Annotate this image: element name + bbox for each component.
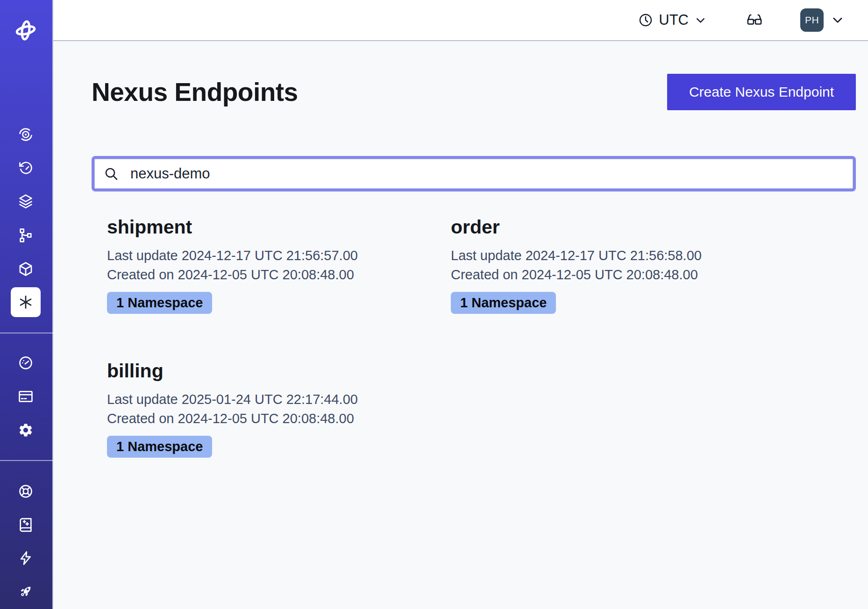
support-icon [18,483,34,499]
sidebar-item-deployments[interactable] [13,256,39,282]
docs-icon [18,517,34,533]
sidebar-item-schedules[interactable] [13,155,39,181]
namespace-badge: 1 Namespace [451,292,556,314]
sidebar-item-getting-started[interactable] [13,578,39,604]
endpoint-created-on: Created on 2024-12-05 UTC 20:08:48.00 [107,409,451,428]
endpoint-name[interactable]: order [451,217,795,238]
sidebar-item-settings[interactable] [13,417,39,443]
endpoint-card[interactable]: shipment Last update 2024-12-17 UTC 21:5… [107,217,451,314]
endpoint-card[interactable]: billing Last update 2025-01-24 UTC 22:17… [107,361,451,458]
sidebar [0,0,53,609]
endpoint-last-update: Last update 2024-12-17 UTC 21:56:57.00 [107,246,451,265]
namespace-badge: 1 Namespace [107,436,212,458]
sidebar-item-support[interactable] [13,478,39,504]
page-title: Nexus Endpoints [92,79,298,105]
eyeglasses-button[interactable] [745,12,764,28]
billing-icon [18,389,34,404]
settings-icon [18,422,34,438]
nexus-icon [18,294,34,310]
sidebar-item-batch-operations[interactable] [13,222,39,248]
endpoint-card[interactable]: order Last update 2024-12-17 UTC 21:56:5… [451,217,795,314]
endpoint-last-update: Last update 2025-01-24 UTC 22:17:44.00 [107,390,451,409]
timezone-label: UTC [659,12,689,28]
sidebar-item-workflows[interactable] [13,121,39,148]
temporal-logo[interactable] [13,17,39,43]
endpoint-name[interactable]: billing [107,361,451,382]
endpoint-created-on: Created on 2024-12-05 UTC 20:08:48.00 [107,265,451,284]
timezone-selector[interactable]: UTC [638,12,707,28]
sidebar-item-namespaces[interactable] [13,188,39,214]
sidebar-item-usage[interactable] [13,350,39,376]
search-box [92,156,856,191]
endpoint-name[interactable]: shipment [107,217,451,238]
search-input[interactable] [94,159,853,189]
chevron-down-icon [831,13,845,27]
endpoint-created-on: Created on 2024-12-05 UTC 20:08:48.00 [451,265,795,284]
user-menu[interactable]: PH [800,8,845,32]
getting-started-icon [18,583,34,599]
temporal-logo-icon [15,20,36,41]
eyeglasses-icon [745,12,764,28]
avatar[interactable]: PH [800,8,824,32]
endpoint-last-update: Last update 2024-12-17 UTC 21:56:58.00 [451,246,795,265]
page-header: Nexus Endpoints Create Nexus Endpoint [92,74,856,110]
namespaces-icon [18,193,34,209]
usage-icon [18,355,34,371]
clock-icon [638,13,653,28]
deployments-icon [18,261,34,277]
sidebar-item-quick-actions[interactable] [13,545,39,571]
workflows-icon [18,127,34,142]
sidebar-divider [0,333,53,333]
create-nexus-endpoint-button[interactable]: Create Nexus Endpoint [667,74,856,110]
quick-actions-icon [18,550,34,566]
sidebar-divider [0,460,53,461]
namespace-badge: 1 Namespace [107,292,212,314]
schedules-icon [18,160,34,176]
chevron-down-icon [694,14,707,27]
batch-operations-icon [18,227,34,243]
main-content: Nexus Endpoints Create Nexus Endpoint sh… [53,42,868,609]
search-icon [104,166,119,181]
sidebar-item-docs[interactable] [13,512,39,538]
sidebar-item-billing[interactable] [13,383,39,410]
sidebar-item-nexus[interactable] [11,287,41,317]
topbar: UTC PH [53,0,868,41]
endpoint-grid: shipment Last update 2024-12-17 UTC 21:5… [107,217,856,458]
